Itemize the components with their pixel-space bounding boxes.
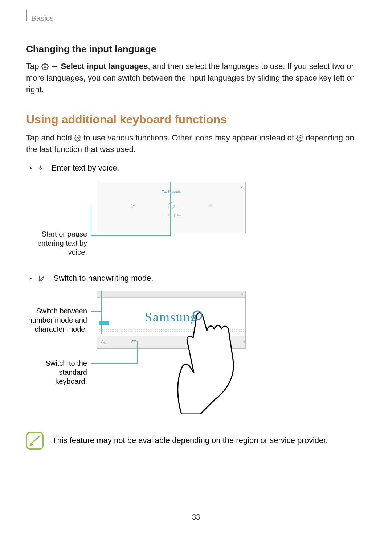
bullet-text: : Enter text by voice. — [47, 162, 119, 174]
close-icon: × — [240, 185, 242, 189]
bullet-text: : Switch to handwriting mode. — [49, 272, 153, 284]
svg-point-2 — [299, 137, 301, 139]
svg-rect-4 — [132, 340, 136, 343]
subheading-input-language: Changing the input language — [26, 44, 366, 55]
space-icon: ⌴ — [187, 340, 192, 345]
bullet-voice: : Enter text by voice. — [26, 162, 366, 174]
mic-icon — [37, 164, 43, 172]
handwritten-word: Samsung — [145, 309, 198, 325]
text-frag: to use various functions. Other icons ma… — [83, 133, 296, 142]
callout-keyboard-switch: Switch to the standard keyboard. — [26, 359, 87, 386]
mode-tab — [99, 321, 109, 325]
figure-handwriting: Samsung A✎ ⌴ ↵ Swit — [26, 291, 366, 410]
gear-icon — [296, 135, 303, 142]
keyboard-switch-icon — [131, 339, 136, 345]
text-bold: Select input languages — [61, 62, 148, 71]
voice-backspace-icon — [208, 203, 213, 208]
note-text: This feature may not be available depend… — [52, 432, 328, 445]
text-frag: Tap and hold — [26, 133, 74, 142]
gear-icon — [74, 135, 81, 142]
note-box: This feature may not be available depend… — [26, 432, 366, 450]
writing-area: Samsung — [97, 298, 245, 336]
figure-voice-input: Tap to speak × ▭ En En Start or pause en… — [26, 182, 366, 265]
para-additional-functions: Tap and hold to use various functions. O… — [26, 132, 366, 155]
gear-icon — [41, 63, 49, 70]
text-frag: Tap — [26, 62, 41, 71]
callout-line — [91, 311, 101, 312]
callout-voice-label: Start or pause entering text by voice. — [26, 230, 87, 257]
tap-to-speak-label: Tap to speak — [97, 190, 245, 193]
text-frag: → — [51, 62, 61, 71]
note-icon — [26, 432, 44, 450]
handwriting-panel: Samsung A✎ ⌴ ↵ — [97, 291, 246, 349]
svg-point-0 — [44, 66, 46, 68]
heading-additional-functions: Using additional keyboard functions — [26, 113, 366, 126]
callout-mode-switch: Switch between number mode and character… — [26, 307, 87, 334]
backspace-icon — [242, 339, 246, 345]
svg-point-1 — [77, 137, 79, 139]
callout-line — [91, 205, 170, 236]
breadcrumb-text: Basics — [31, 14, 54, 22]
suggestion-bar — [97, 291, 245, 298]
char-mode-icon: A✎ — [101, 339, 106, 345]
callout-line — [91, 363, 137, 364]
para-input-language: Tap → Select input languages, and then s… — [26, 61, 366, 95]
page-number: 33 — [0, 513, 392, 521]
breadcrumb: Basics — [26, 14, 366, 22]
bullet-handwriting: : Switch to handwriting mode. — [26, 272, 366, 284]
handwriting-icon — [37, 274, 45, 282]
handwriting-toolbar: A✎ ⌴ ↵ — [97, 336, 245, 348]
